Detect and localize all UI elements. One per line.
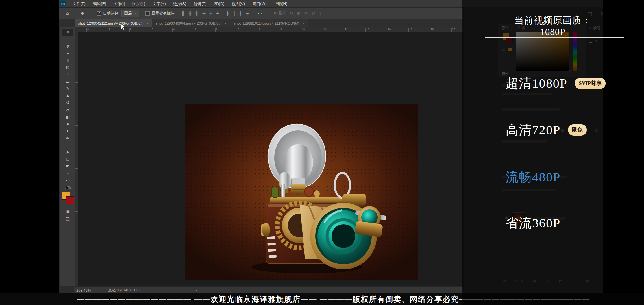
crop-tool[interactable]: ⌗	[62, 57, 73, 64]
lasso-tool[interactable]: ϑ	[62, 43, 73, 50]
menu-window[interactable]: 窗口(W)	[249, 0, 270, 7]
3d-pan-icon[interactable]: ✥	[304, 11, 308, 16]
quick-mask-indicator[interactable]	[65, 186, 71, 189]
ruler-tick: 4	[172, 28, 175, 32]
ruler-tick: 6	[215, 28, 217, 32]
marquee-tool[interactable]: ⬚	[62, 36, 73, 43]
brush-tool[interactable]: ✎	[62, 85, 73, 92]
history-brush-tool[interactable]: ↺	[62, 99, 73, 106]
frame-tool[interactable]: ⊠	[62, 64, 73, 71]
close-tab-icon[interactable]: ×	[147, 21, 149, 25]
more-tools[interactable]: ⋯	[62, 177, 73, 184]
screen-mode-icon[interactable]: ❏	[66, 217, 69, 222]
auto-select-checkbox[interactable]: ✓	[97, 11, 101, 16]
menu-type[interactable]: 文字(Y)	[149, 0, 169, 7]
quick-mask-mode-icon[interactable]: ▣	[66, 209, 70, 214]
blur-tool[interactable]: ●	[62, 120, 73, 127]
document-tab-3[interactable]: shot_1298810114.jpg @ 211%(RGB/8#)×	[230, 19, 308, 27]
horizontal-ruler: 01234567891011121314151617	[78, 27, 463, 32]
dodge-tool[interactable]: ◐	[62, 127, 73, 134]
eyedropper-tool-icon: ∕	[68, 72, 68, 77]
align-bottom-edges-icon[interactable]: ╧	[216, 11, 219, 16]
more-options-icon[interactable]: ⋯	[258, 11, 262, 16]
ruler-tick: 10	[301, 28, 305, 32]
3d-mode-label: 3D 模式	[273, 11, 286, 16]
type-tool[interactable]: T	[62, 141, 73, 149]
chevron-down-icon: ∨	[134, 12, 136, 15]
document-image[interactable]	[185, 104, 418, 280]
zoom-level-value[interactable]: 208.49%	[76, 288, 91, 293]
menu-file[interactable]: 文件(F)	[69, 0, 89, 7]
hand-tool[interactable]: ☛	[62, 163, 73, 170]
show-transform-label: 显示变换控件	[152, 11, 175, 16]
align-left-edges-icon[interactable]: ╟	[182, 11, 185, 16]
ruler-tick: 7	[237, 28, 239, 32]
distribute-right-icon[interactable]: ┨	[240, 11, 242, 16]
menu-select[interactable]: 选择(S)	[169, 0, 190, 7]
chevron-down-icon[interactable]: ⌄	[86, 12, 89, 15]
ruler-tick: 16	[430, 28, 434, 32]
align-top-edges-icon[interactable]: ╤	[203, 11, 206, 16]
menu-edit[interactable]: 编辑(E)	[89, 0, 110, 7]
ruler-tick: 15	[408, 28, 412, 32]
eraser-tool[interactable]: ▱	[62, 106, 73, 113]
3d-slide-icon[interactable]: ⇄	[312, 11, 315, 16]
close-tab-icon[interactable]: ×	[302, 21, 304, 25]
frame-tool-icon: ⊠	[66, 65, 70, 70]
auto-select-label: 自动选择:	[103, 11, 119, 16]
gradient-tool[interactable]: ◧	[62, 113, 73, 120]
move-tool[interactable]: ✥	[62, 29, 73, 36]
ruler-tick: 8	[258, 28, 260, 32]
distribute-left-icon[interactable]: ┠	[227, 11, 229, 16]
menu-filter[interactable]: 滤镜(T)	[190, 0, 210, 7]
document-tab-1[interactable]: shot_1296042112.jpg @ 208%(RGB/8#)×	[75, 19, 152, 27]
crop-tool-icon: ⌗	[67, 58, 69, 63]
3d-orbit-icon[interactable]: ⟲	[289, 11, 293, 16]
ruler-tick: 2	[129, 28, 132, 32]
document-tab-title: shot_1296042112.jpg @ 208%(RGB/8#)	[78, 21, 144, 25]
align-horizontal-centers-icon[interactable]: ╫	[188, 11, 192, 16]
zoom-tool[interactable]: ⌕	[62, 170, 73, 177]
path-selection-tool[interactable]: ➤	[62, 149, 73, 156]
auto-select-dropdown[interactable]: 图层∨	[121, 10, 139, 17]
clone-stamp-tool[interactable]: ♟	[62, 92, 73, 99]
divider	[268, 10, 268, 17]
3d-roll-icon[interactable]: ⊕	[297, 11, 300, 16]
divider	[92, 10, 92, 17]
move-tool-options-icon[interactable]: ✥	[80, 11, 84, 16]
menu-help[interactable]: 帮助(H)	[270, 0, 291, 7]
steampunk-camera-artwork	[185, 104, 418, 280]
menu-image[interactable]: 图像(I)	[110, 0, 129, 7]
menu-layer[interactable]: 图层(L)	[129, 0, 149, 7]
align-vertical-centers-icon[interactable]: ╪	[209, 11, 212, 16]
home-icon[interactable]: ⌂	[66, 11, 69, 16]
eyedropper-tool[interactable]: ∕	[62, 71, 73, 78]
photoshop-logo[interactable]: Ps	[60, 1, 66, 6]
document-tab-2[interactable]: shot_1296046904.jpg @ 203%(RGB/8#)×	[152, 19, 230, 27]
status-expand-arrow[interactable]: >	[195, 288, 197, 293]
rectangle-tool[interactable]: □	[62, 156, 73, 163]
healing-brush-tool[interactable]: ▭	[62, 78, 73, 85]
distribute-top-icon[interactable]: ┯	[246, 11, 249, 16]
ruler-tick: 1	[108, 28, 110, 32]
distribute-center-icon[interactable]: ┃	[233, 11, 236, 16]
divider	[223, 10, 223, 17]
distribute-icons-group: ┠┃┨┯	[227, 11, 249, 16]
ruler-tick: 3	[151, 28, 153, 32]
menu-3d[interactable]: 3D(D)	[210, 0, 228, 7]
history-brush-tool-icon: ↺	[66, 100, 70, 105]
close-tab-icon[interactable]: ×	[225, 21, 227, 25]
rectangle-tool-icon: □	[66, 157, 69, 162]
pen-tool[interactable]: ✑	[62, 134, 73, 141]
tools-palette: ✥⬚ϑ✶⌗⊠∕▭✎♟↺▱◧●◐✑T➤□☛⌕⋯▣❏	[60, 27, 75, 286]
align-right-edges-icon[interactable]: ╢	[195, 11, 199, 16]
3d-scale-icon[interactable]: ↕	[319, 11, 321, 16]
divider	[178, 10, 178, 17]
clone-stamp-tool-icon: ♟	[66, 93, 69, 98]
show-transform-checkbox[interactable]	[145, 11, 150, 16]
background-color-swatch[interactable]	[66, 196, 74, 204]
quick-selection-tool[interactable]: ✶	[62, 50, 73, 57]
status-bar: 208.49% 文档:351.6K/351.6K >	[74, 286, 463, 294]
menu-view[interactable]: 视图(V)	[228, 0, 249, 7]
document-size-value: 文档:351.6K/351.6K	[108, 288, 141, 293]
